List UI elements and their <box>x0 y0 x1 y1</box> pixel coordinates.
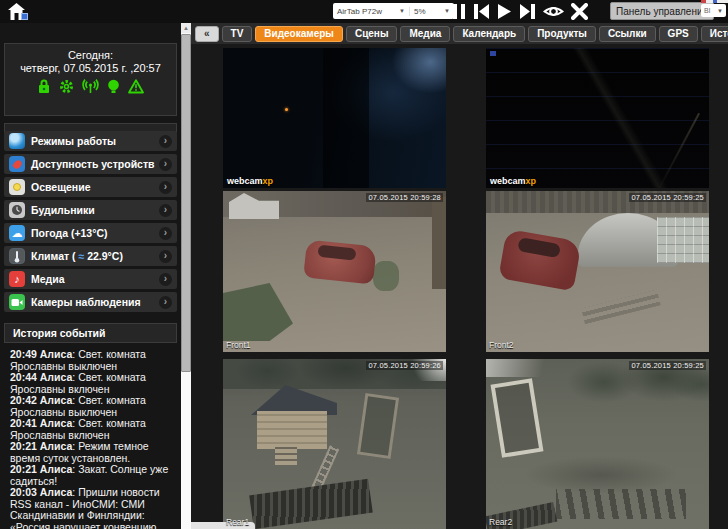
camera-timestamp: 07.05.2015 20:59:26 <box>366 361 443 370</box>
top-bar: AirTab P72w ▼ 5% ▼ <box>0 0 728 23</box>
close-button[interactable] <box>571 3 588 20</box>
pause-button[interactable] <box>452 3 466 20</box>
sidebar-item-label: Доступность устройств <box>31 158 155 170</box>
sidebar-item-climate[interactable]: Климат ( ≈ 22.9°C) › <box>4 246 177 266</box>
chevron-right-icon: › <box>159 227 172 240</box>
tab-links[interactable]: Ссылки <box>599 26 656 42</box>
tab-bar: « TV Видеокамеры Сцены Медиа Календарь П… <box>191 23 728 44</box>
camera-feed-rear2[interactable]: 07.05.2015 20:59:25 Rear2 <box>486 359 709 529</box>
chevron-right-icon: › <box>159 204 172 217</box>
event-entry: 20:41 Алиса: Свет. комната Ярославны вкл… <box>10 418 176 441</box>
chevron-right-icon: › <box>159 181 172 194</box>
camera-label: Front1 <box>226 340 251 350</box>
webcamxp-watermark: webcamxp <box>490 176 536 186</box>
chevron-down-icon: ▼ <box>399 8 405 14</box>
sidebar-item-label: Погода (+13°C) <box>31 227 107 239</box>
tab-calendar[interactable]: Календарь <box>453 26 525 42</box>
tab-media[interactable]: Медиа <box>400 26 450 42</box>
datetime-label: четверг, 07.05.2015 г. ,20:57 <box>5 62 176 74</box>
stairs-shape <box>275 447 297 465</box>
device-select-value: AirTab P72w <box>337 7 382 16</box>
sidebar-item-media[interactable]: ♪ Медиа › <box>4 269 177 289</box>
dark-red-car-shape <box>498 229 582 291</box>
garden-pile-shape <box>373 261 399 291</box>
event-entry: 20:03 Алиса: Пришли новости RSS канал - … <box>10 487 176 529</box>
event-entry: 20:21 Алиса: Режим темное время суток ус… <box>10 441 176 464</box>
tab-prev[interactable]: « <box>195 26 219 42</box>
corner-select[interactable]: Bl ▼ <box>701 4 726 17</box>
device-select[interactable]: AirTab P72w ▼ <box>333 7 409 16</box>
sidebar-item-weather[interactable]: ☁ Погода (+13°C) › <box>4 223 177 243</box>
sidebar-item-modes[interactable]: Режимы работы › <box>4 131 177 151</box>
event-entry: 20:21 Алиса: Закат. Солнце уже садиться! <box>10 464 176 487</box>
zoom-select-value: 5% <box>414 7 426 16</box>
app-window: AirTab P72w ▼ 5% ▼ <box>0 0 728 529</box>
alarm-clock-icon <box>9 202 25 218</box>
home-badge-icon <box>21 13 28 20</box>
red-car-shape <box>303 239 377 284</box>
sidebar-item-lighting[interactable]: Освещение › <box>4 177 177 197</box>
tab-tv[interactable]: TV <box>222 26 253 42</box>
tab-videocameras[interactable]: Видеокамеры <box>255 26 343 42</box>
chevron-right-icon: › <box>159 250 172 263</box>
chevron-right-icon: › <box>159 273 172 286</box>
gear-icon[interactable] <box>59 79 74 94</box>
top-select-group: AirTab P72w ▼ 5% ▼ <box>333 3 454 19</box>
event-entry: 20:49 Алиса: Свет. комната Ярославны вык… <box>10 349 176 372</box>
today-label: Сегодня: <box>5 49 176 61</box>
page-scrollbar[interactable]: ▲ <box>181 23 191 529</box>
skip-back-button[interactable] <box>473 3 490 20</box>
webcamxp-watermark: webcamxp <box>227 176 273 186</box>
chevron-down-icon: ▼ <box>717 8 723 14</box>
warning-icon[interactable] <box>128 79 144 94</box>
bulb-icon[interactable] <box>107 79 120 94</box>
cabin-shape <box>251 385 337 449</box>
tab-gps[interactable]: GPS <box>659 26 698 42</box>
antenna-icon[interactable] <box>82 79 99 94</box>
fence-shape <box>432 197 446 289</box>
garden-beds-shape <box>556 489 686 519</box>
control-panel-button[interactable]: Панель управления <box>610 2 714 20</box>
chevron-right-icon: › <box>159 296 172 309</box>
planks-shape <box>581 290 661 324</box>
thermometer-icon <box>9 248 25 264</box>
scrollbar-thumb[interactable] <box>181 34 191 372</box>
camera-feed-front2[interactable]: 07.05.2015 20:59:25 Front2 <box>486 191 709 352</box>
sidebar-item-label: Освещение <box>31 181 91 193</box>
sidebar-item-label: Будильники <box>31 204 95 216</box>
zoom-select[interactable]: 5% ▼ <box>409 7 454 16</box>
sidebar-item-device-availability[interactable]: Доступность устройств › <box>4 154 177 174</box>
camera-label: Front2 <box>489 340 514 350</box>
play-button[interactable] <box>497 3 512 20</box>
camera-feed-front1[interactable]: 07.05.2015 20:59:28 Front1 <box>223 191 446 352</box>
scroll-up-arrow-icon[interactable]: ▲ <box>181 23 191 33</box>
device-availability-icon <box>9 156 25 172</box>
sky-patch-shape <box>486 359 556 377</box>
lock-icon[interactable] <box>37 79 51 94</box>
sidebar: Сегодня: четверг, 07.05.2015 г. ,20:57 <box>0 23 181 529</box>
camera-feed-night-indoor[interactable]: webcamxp <box>223 48 446 188</box>
event-entry: 20:44 Алиса: Свет. комната Ярославны вкл… <box>10 372 176 395</box>
camera-timestamp: 07.05.2015 20:59:25 <box>629 193 706 202</box>
camera-feed-rear1[interactable]: 07.05.2015 20:59:26 Rear1 <box>223 359 446 529</box>
light-streak-shape <box>656 113 700 188</box>
camera-feed-night-outdoor[interactable]: webcamxp <box>486 48 709 188</box>
date-panel: Сегодня: четверг, 07.05.2015 г. ,20:57 <box>4 43 177 116</box>
sidebar-item-label: Медиа <box>31 273 65 285</box>
camera-timestamp: 07.05.2015 20:59:25 <box>629 361 706 370</box>
blue-logo-shape <box>490 51 496 56</box>
sidebar-item-alarms[interactable]: Будильники › <box>4 200 177 220</box>
green-canopy-shape <box>223 283 293 341</box>
tab-products[interactable]: Продукты <box>528 26 596 42</box>
sidebar-item-surveillance-cameras[interactable]: Камеры наблюдения › <box>4 292 177 312</box>
tab-scenes[interactable]: Сцены <box>346 26 398 42</box>
chevron-right-icon: › <box>159 135 172 148</box>
garden-frame-shape <box>490 378 543 458</box>
chevron-right-icon: › <box>159 158 172 171</box>
skip-forward-button[interactable] <box>519 3 536 20</box>
garden-frame-shape <box>357 393 399 459</box>
tab-event-history[interactable]: История событий <box>701 26 728 42</box>
eye-button[interactable] <box>543 3 564 20</box>
camera-grid: webcamxp webcamxp 07.05.2015 20:59:28 Fr… <box>191 44 728 529</box>
sidebar-item-label: Камеры наблюдения <box>31 296 141 308</box>
